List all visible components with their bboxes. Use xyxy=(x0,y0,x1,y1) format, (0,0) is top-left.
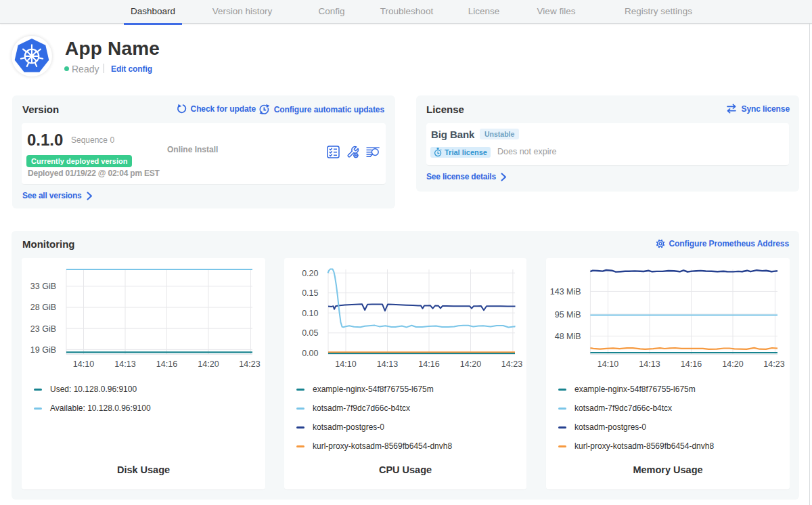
svg-text:48 MiB: 48 MiB xyxy=(555,332,581,341)
svg-text:95 MiB: 95 MiB xyxy=(555,310,581,320)
svg-text:0.10: 0.10 xyxy=(302,309,318,318)
svg-text:0.15: 0.15 xyxy=(302,288,318,298)
svg-text:0.05: 0.05 xyxy=(302,328,318,338)
svg-text:14:16: 14:16 xyxy=(681,359,702,369)
svg-text:143 MiB: 143 MiB xyxy=(550,287,581,297)
svg-text:14:10: 14:10 xyxy=(335,359,356,369)
svg-text:28 GiB: 28 GiB xyxy=(30,303,56,312)
svg-text:14:13: 14:13 xyxy=(377,359,398,369)
svg-text:14:13: 14:13 xyxy=(639,359,660,369)
svg-text:14:16: 14:16 xyxy=(156,359,177,369)
svg-text:14:13: 14:13 xyxy=(114,359,135,369)
svg-text:0.00: 0.00 xyxy=(302,349,318,358)
svg-text:14:20: 14:20 xyxy=(460,359,481,369)
svg-text:0.20: 0.20 xyxy=(302,269,318,278)
svg-text:14:20: 14:20 xyxy=(198,359,219,369)
svg-text:14:23: 14:23 xyxy=(239,359,260,369)
svg-text:14:10: 14:10 xyxy=(597,359,618,369)
svg-text:14:23: 14:23 xyxy=(501,359,522,369)
svg-text:14:16: 14:16 xyxy=(418,359,439,369)
svg-text:23 GiB: 23 GiB xyxy=(30,324,56,334)
svg-text:14:10: 14:10 xyxy=(73,359,94,369)
svg-text:14:20: 14:20 xyxy=(722,359,743,369)
svg-text:19 GiB: 19 GiB xyxy=(30,345,56,355)
svg-text:33 GiB: 33 GiB xyxy=(30,282,56,291)
svg-text:14:23: 14:23 xyxy=(763,359,784,369)
